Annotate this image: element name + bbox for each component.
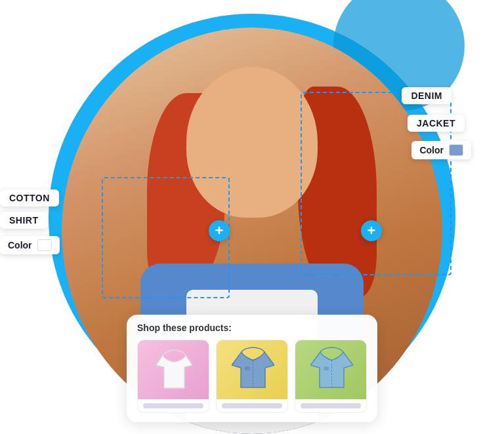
product-bar-shirt xyxy=(143,403,203,408)
shirt-plus-button[interactable]: + xyxy=(209,220,230,241)
tag-cotton[interactable]: COTTON xyxy=(0,189,59,207)
product-image-jacket-2 xyxy=(295,340,367,399)
product-cards-container xyxy=(137,340,367,413)
product-card-shirt[interactable] xyxy=(137,340,209,413)
scene: + + COTTON SHIRT Color DENIM JACKET Colo… xyxy=(0,0,504,434)
shop-panel-title: Shop these products: xyxy=(137,323,367,333)
product-bar-jacket-2 xyxy=(301,403,361,408)
shop-panel: Shop these products: xyxy=(127,315,377,422)
product-bar-jacket-1 xyxy=(222,403,282,408)
jacket-svg-1 xyxy=(232,347,274,393)
color-swatch-shirt xyxy=(37,239,52,251)
product-image-shirt xyxy=(138,340,209,399)
product-card-jacket-2[interactable] xyxy=(295,340,367,413)
product-card-jacket-1[interactable] xyxy=(216,340,288,413)
svg-rect-3 xyxy=(324,366,329,370)
color-chip-jacket[interactable]: Color xyxy=(411,141,471,159)
tag-denim[interactable]: DENIM xyxy=(402,87,452,104)
jacket-plus-button[interactable]: + xyxy=(361,220,382,241)
product-image-jacket-1 xyxy=(217,340,288,399)
color-swatch-jacket xyxy=(449,144,463,156)
tag-shirt[interactable]: SHIRT xyxy=(0,212,48,229)
tag-jacket[interactable]: JACKET xyxy=(408,115,465,132)
shirt-svg xyxy=(156,349,192,391)
svg-rect-1 xyxy=(245,366,250,370)
jacket-svg-2 xyxy=(310,347,353,393)
person-head xyxy=(186,67,318,218)
color-chip-shirt[interactable]: Color xyxy=(0,236,60,254)
